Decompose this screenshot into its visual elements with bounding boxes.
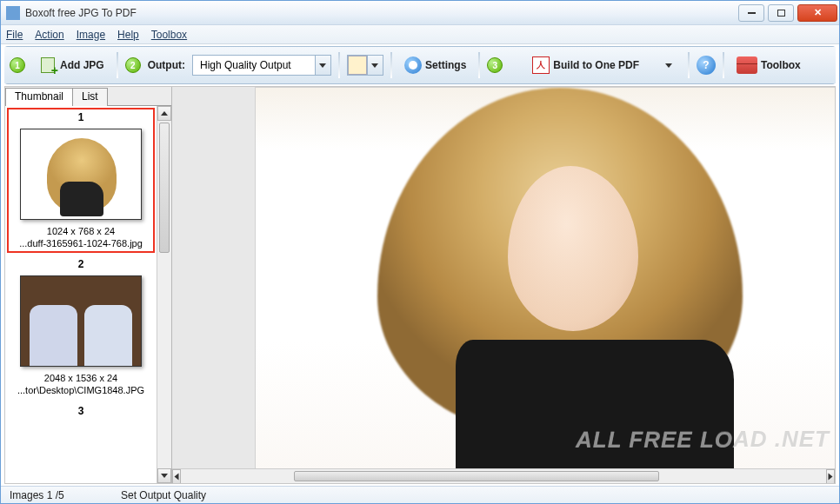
toolbox-label: Toolbox: [761, 59, 801, 71]
thumbnail-path: ...tor\Desktop\CIMG1848.JPG: [10, 384, 151, 396]
thumbnail-number: 3: [10, 405, 151, 417]
toolbox-icon: [737, 56, 757, 74]
thumbnail-item[interactable]: 1 1024 x 768 x 24 ...duff-3165961-1024-7…: [7, 108, 155, 253]
separator: [723, 52, 724, 78]
window-controls: ✕: [735, 4, 837, 22]
help-icon[interactable]: ?: [697, 56, 716, 75]
step-3-icon: 3: [487, 57, 503, 73]
scroll-up-button[interactable]: [157, 106, 171, 121]
output-label: Output:: [148, 59, 185, 71]
toolbox-button[interactable]: Toolbox: [731, 54, 806, 76]
build-pdf-label: Build to One PDF: [553, 59, 639, 71]
add-jpg-label: Add JPG: [60, 59, 104, 71]
thumbnails-wrap: 1 1024 x 768 x 24 ...duff-3165961-1024-7…: [5, 106, 171, 483]
scroll-thumb[interactable]: [159, 123, 170, 253]
settings-label: Settings: [425, 59, 466, 71]
thumbnail-number: 1: [10, 111, 151, 123]
menu-help[interactable]: Help: [117, 29, 139, 41]
add-jpg-icon: [37, 56, 57, 75]
maximize-button[interactable]: [768, 4, 794, 22]
step-2-icon: 2: [125, 57, 141, 73]
output-quality-combo[interactable]: High Quality Output: [192, 55, 331, 76]
horizontal-scrollbar[interactable]: [172, 468, 835, 483]
build-pdf-button[interactable]: 人 Build to One PDF: [527, 54, 644, 76]
pdf-icon: 人: [532, 56, 550, 74]
menubar: File Action Image Help Toolbox: [1, 25, 839, 44]
close-button[interactable]: ✕: [797, 4, 837, 22]
scroll-right-button[interactable]: [826, 469, 835, 483]
step-1-icon: 1: [10, 57, 25, 73]
thumbnail-item[interactable]: 3: [7, 401, 155, 421]
menu-image[interactable]: Image: [77, 29, 105, 41]
separator: [478, 52, 480, 78]
scroll-down-button[interactable]: [157, 468, 171, 483]
gear-icon: [404, 56, 422, 74]
menu-file[interactable]: File: [6, 29, 23, 41]
app-icon: [6, 6, 20, 20]
sidebar-tabs: Thumbnail List: [5, 87, 171, 106]
minimize-button[interactable]: [738, 4, 764, 22]
tab-list[interactable]: List: [72, 88, 108, 106]
thumbnail-image: [20, 275, 142, 367]
toolbar-container: 1 Add JPG 2 Output: High Quality Output …: [4, 46, 836, 84]
content-area: Thumbnail List 1 1024 x 768 x 24 ...duff…: [4, 86, 836, 484]
color-swatch: [348, 56, 367, 75]
titlebar: Boxoft free JPG To PDF ✕: [1, 1, 839, 25]
statusbar: Images 1 /5 Set Output Quality: [1, 486, 839, 503]
separator: [688, 52, 690, 78]
thumbnail-dimensions: 1024 x 768 x 24: [10, 225, 151, 237]
watermark: ALL FREE LOAD .NET: [576, 426, 830, 453]
tab-thumbnail[interactable]: Thumbnail: [5, 88, 73, 106]
thumbnail-number: 2: [10, 258, 151, 270]
status-images: Images 1 /5: [10, 489, 97, 501]
separator: [390, 52, 392, 78]
chevron-down-icon[interactable]: [367, 56, 383, 75]
thumbnail-item[interactable]: 2 2048 x 1536 x 24 ...tor\Desktop\CIMG18…: [7, 255, 155, 400]
separator: [338, 52, 340, 78]
preview-canvas: ALL FREE LOAD .NET: [172, 87, 835, 468]
add-jpg-button[interactable]: Add JPG: [32, 53, 110, 77]
preview-pane: ALL FREE LOAD .NET: [172, 87, 835, 483]
separator: [117, 52, 118, 78]
scroll-left-button[interactable]: [172, 469, 181, 483]
page-color-combo[interactable]: [347, 55, 383, 76]
output-quality-value: High Quality Output: [193, 59, 315, 71]
chevron-down-icon[interactable]: [315, 56, 330, 75]
menu-toolbox[interactable]: Toolbox: [151, 29, 187, 41]
status-hint: Set Output Quality: [121, 489, 208, 501]
app-window: Boxoft free JPG To PDF ✕ File Action Ima…: [0, 0, 840, 504]
thumbnails-scrollbar[interactable]: [157, 106, 171, 483]
thumbnail-path: ...duff-3165961-1024-768.jpg: [10, 237, 151, 249]
build-pdf-dropdown[interactable]: [665, 63, 672, 68]
preview-image: [255, 87, 835, 468]
window-title: Boxoft free JPG To PDF: [25, 7, 137, 19]
h-scroll-track[interactable]: [181, 469, 826, 483]
scroll-track[interactable]: [157, 121, 171, 468]
sidebar: Thumbnail List 1 1024 x 768 x 24 ...duff…: [5, 87, 172, 483]
menu-action[interactable]: Action: [35, 29, 63, 41]
thumbnails-list: 1 1024 x 768 x 24 ...duff-3165961-1024-7…: [5, 106, 157, 483]
thumbnail-dimensions: 2048 x 1536 x 24: [10, 372, 151, 384]
h-scroll-thumb[interactable]: [294, 471, 659, 481]
toolbar: 1 Add JPG 2 Output: High Quality Output …: [4, 47, 836, 83]
settings-button[interactable]: Settings: [399, 54, 471, 76]
thumbnail-image: [20, 129, 142, 220]
